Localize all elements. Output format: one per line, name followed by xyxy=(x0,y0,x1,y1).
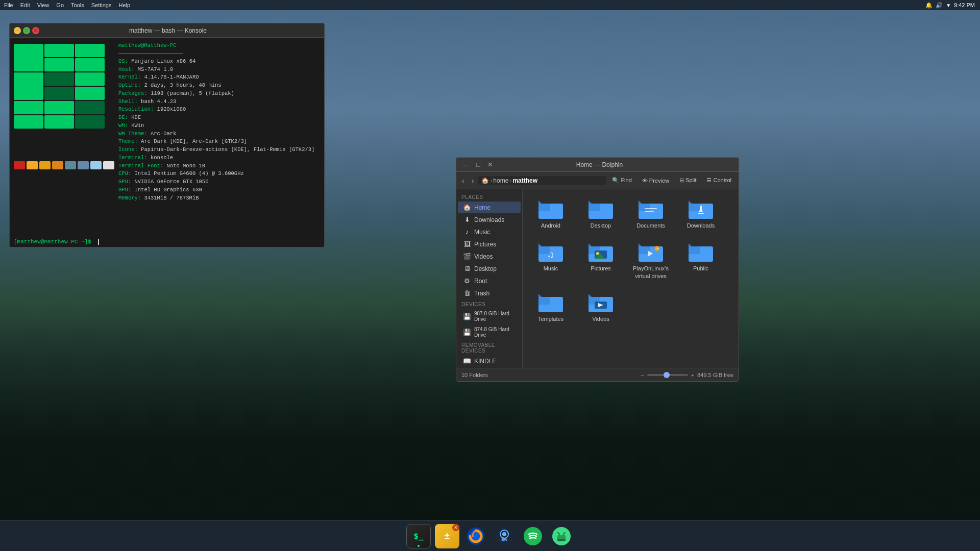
dolphin-maximize-button[interactable]: □ xyxy=(474,160,482,169)
taskbar-spotify[interactable] xyxy=(521,524,545,548)
dolphin-minimize-button[interactable]: — xyxy=(460,160,471,169)
folder-documents[interactable]: Documents xyxy=(628,194,674,233)
sidebar-item-hdd1[interactable]: 💾 987.0 GiB Hard Drive xyxy=(458,309,521,324)
folder-downloads[interactable]: Downloads xyxy=(678,194,724,233)
sidebar-item-home[interactable]: 🏠 Home xyxy=(458,202,521,213)
menu-file[interactable]: File xyxy=(4,2,13,8)
taskbar-steam[interactable] xyxy=(492,524,517,548)
tray-network[interactable]: ▼ xyxy=(946,3,951,8)
folder-playonlinux[interactable]: ↗ PlayOnLinux's virtual drives xyxy=(628,237,674,284)
svg-rect-16 xyxy=(698,213,704,214)
menu-help[interactable]: Help xyxy=(118,2,130,8)
color-swatch-1 xyxy=(14,161,25,169)
tray-time: 9:42 PM xyxy=(954,2,975,8)
sidebar-item-videos[interactable]: 🎬 Videos xyxy=(458,251,521,262)
folder-desktop[interactable]: Desktop xyxy=(578,194,624,233)
dolphin-split-button[interactable]: ⊟ Split xyxy=(675,176,700,185)
system-tray: 🔔 🔊 ▼ 9:42 PM xyxy=(925,0,975,10)
dolphin-close-button[interactable]: ✕ xyxy=(485,160,495,169)
taskbar-android[interactable] xyxy=(549,524,574,548)
svg-marker-5 xyxy=(589,201,592,204)
root-icon: ⚙ xyxy=(463,277,471,285)
zoom-in-icon[interactable]: + xyxy=(691,372,694,378)
sidebar-root-label: Root xyxy=(474,278,487,285)
downloads-icon: ⬇ xyxy=(463,216,471,223)
dolphin-title: Home — Dolphin xyxy=(495,161,704,168)
dolphin-find-button[interactable]: 🔍 Find xyxy=(608,176,635,185)
prompt-text: [matthew@Matthew-PC ~]$ xyxy=(14,239,94,245)
sidebar-item-music[interactable]: ♪ Music xyxy=(458,226,521,238)
dolphin-sidebar: Places 🏠 Home ⬇ Downloads ♪ Music 🖼 Pict… xyxy=(456,189,523,368)
menu-go[interactable]: Go xyxy=(56,2,64,8)
folder-public-label: Public xyxy=(693,265,708,272)
dolphin-main-area[interactable]: Android Desktop xyxy=(523,189,739,368)
dolphin-back-button[interactable]: ‹ xyxy=(459,176,467,186)
sidebar-item-downloads[interactable]: ⬇ Downloads xyxy=(458,214,521,226)
folder-templates[interactable]: Templates xyxy=(528,288,574,327)
tray-volume[interactable]: 🔊 xyxy=(936,2,943,9)
breadcrumb-home[interactable]: home xyxy=(493,177,508,184)
zoom-out-icon[interactable]: − xyxy=(641,372,644,378)
color-swatch-8 xyxy=(103,161,114,169)
dolphin-preview-button[interactable]: 👁 Preview xyxy=(638,176,673,185)
sidebar-item-hdd2[interactable]: 💾 874.8 GiB Hard Drive xyxy=(458,324,521,340)
desktop-icon: 🖥 xyxy=(463,265,471,272)
terminal-close-button[interactable]: ✕ xyxy=(32,27,39,34)
terminal-maximize-button[interactable]: □ xyxy=(23,27,30,34)
folder-templates-label: Templates xyxy=(538,315,564,322)
folder-music-label: Music xyxy=(544,265,558,272)
taskbar-terminal[interactable]: $_ xyxy=(406,524,431,548)
svg-marker-23 xyxy=(589,243,592,246)
kindle-icon: 📖 xyxy=(463,357,471,365)
nf-user: matthew@Matthew-PC xyxy=(118,42,176,48)
svg-rect-12 xyxy=(689,204,700,211)
home-icon: 🏠 xyxy=(463,204,471,211)
terminal-prompt[interactable]: [matthew@Matthew-PC ~]$ xyxy=(10,237,324,247)
menu-edit[interactable]: Edit xyxy=(20,2,30,8)
svg-rect-10 xyxy=(645,211,654,212)
taskbar-calculator[interactable]: ± ✕ xyxy=(435,524,459,548)
sidebar-trash-label: Trash xyxy=(474,290,489,297)
folder-documents-label: Documents xyxy=(636,222,665,229)
folder-playonlinux-label: PlayOnLinux's virtual drives xyxy=(630,265,672,280)
zoom-thumb[interactable] xyxy=(664,372,670,378)
tray-icon-1[interactable]: 🔔 xyxy=(925,2,933,9)
sidebar-item-pictures[interactable]: 🖼 Pictures xyxy=(458,238,521,250)
sidebar-hdd2-label: 874.8 GiB Hard Drive xyxy=(474,327,516,338)
zoom-track[interactable] xyxy=(647,374,688,376)
folder-android[interactable]: Android xyxy=(528,194,574,233)
taskbar: $_ ± ✕ xyxy=(0,520,980,551)
menu-settings[interactable]: Settings xyxy=(91,2,112,8)
folder-pictures-label: Pictures xyxy=(591,265,611,272)
sidebar-item-trash[interactable]: 🗑 Trash xyxy=(458,287,521,299)
dolphin-forward-button[interactable]: › xyxy=(469,176,477,186)
sidebar-item-kindle[interactable]: 📖 KINDLE xyxy=(458,355,521,367)
dolphin-titlebar: — □ ✕ Home — Dolphin xyxy=(456,158,739,172)
menu-tools[interactable]: Tools xyxy=(71,2,84,8)
neofetch-text: matthew@Matthew-PC ─────────────────────… xyxy=(118,42,314,233)
terminal-title: matthew — bash — Konsole xyxy=(39,27,297,34)
sidebar-section-removable: Removable Devices xyxy=(456,340,522,355)
menu-view[interactable]: View xyxy=(37,2,50,8)
zoom-slider[interactable]: − + 849.5 GiB free xyxy=(641,372,733,378)
terminal-minimize-button[interactable]: — xyxy=(14,27,21,34)
svg-marker-41 xyxy=(589,294,592,297)
sidebar-item-root[interactable]: ⚙ Root xyxy=(458,275,521,287)
folder-music[interactable]: ♫ Music xyxy=(528,237,574,284)
folder-videos[interactable]: Videos xyxy=(578,288,624,327)
svg-text:♫: ♫ xyxy=(547,249,554,260)
terminal-cursor xyxy=(94,239,99,245)
breadcrumb-matthew[interactable]: matthew xyxy=(512,177,537,184)
sidebar-desktop-label: Desktop xyxy=(474,265,497,272)
svg-text:↗: ↗ xyxy=(656,247,659,251)
taskbar-firefox[interactable] xyxy=(463,524,488,548)
svg-rect-34 xyxy=(689,246,700,254)
folder-pictures[interactable]: Pictures xyxy=(578,237,624,284)
color-swatch-7 xyxy=(90,161,102,169)
sidebar-item-desktop[interactable]: 🖥 Desktop xyxy=(458,263,521,274)
breadcrumb: 🏠 › home › matthew xyxy=(478,176,606,185)
sidebar-music-label: Music xyxy=(474,229,490,236)
folder-public[interactable]: Public xyxy=(678,237,724,284)
dolphin-control-button[interactable]: ☰ Control xyxy=(702,176,736,185)
calculator-badge: ✕ xyxy=(452,524,459,531)
